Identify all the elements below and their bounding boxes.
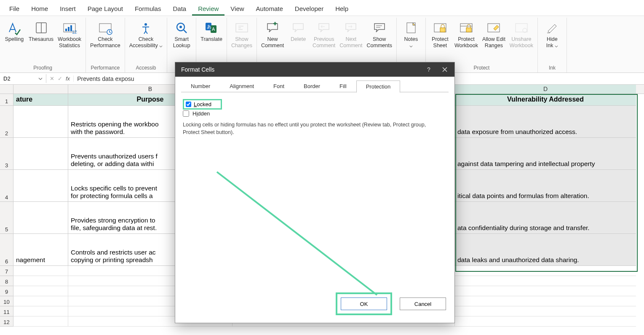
protection-hint: Locking cells or hiding formulas has no … <box>183 121 440 136</box>
cell-d4[interactable]: itical data points and formulas from alt… <box>455 170 636 202</box>
ok-highlight: OK <box>336 292 392 315</box>
dialog-tab-fill[interactable]: Fill <box>330 80 356 92</box>
cell-a12[interactable] <box>13 316 68 327</box>
hide-ink-icon <box>545 20 560 35</box>
row-header-1[interactable]: 1 <box>0 94 13 106</box>
cell-a5[interactable] <box>13 202 68 234</box>
row-header-7[interactable]: 7 <box>0 266 13 276</box>
hide-ink-button[interactable]: HideInk ⌵ <box>540 19 564 51</box>
cell-d7[interactable] <box>455 266 636 276</box>
column-header-a[interactable] <box>13 85 68 94</box>
workbook-statistics-button[interactable]: 123WorkbookStatistics <box>56 19 83 51</box>
name-box[interactable]: D2 <box>0 74 46 83</box>
cell-a9[interactable] <box>13 286 68 296</box>
cell-a7[interactable] <box>13 266 68 276</box>
menu-automate[interactable]: Automate <box>250 3 289 16</box>
previous-comment-button: PreviousComment <box>311 19 337 51</box>
menu-review[interactable]: Review <box>192 3 224 16</box>
locked-checkbox[interactable] <box>186 102 191 107</box>
protect-workbook-button[interactable]: ProtectWorkbook <box>453 19 480 51</box>
dialog-tab-alignment[interactable]: Alignment <box>220 80 264 92</box>
protect-sheet-button[interactable]: ProtectSheet <box>428 19 452 51</box>
cell-a11[interactable] <box>13 306 68 316</box>
row-header-10[interactable]: 10 <box>0 296 13 306</box>
translate-label: Translate <box>200 36 222 43</box>
locked-label[interactable]: Locked <box>194 101 211 107</box>
cell-d3[interactable]: against data tampering and intellectual … <box>455 138 636 170</box>
dialog-tab-protection[interactable]: Protection <box>356 80 401 93</box>
dialog-help-button[interactable]: ? <box>423 64 434 75</box>
menu-page-layout[interactable]: Page Layout <box>82 3 129 16</box>
cell-a2[interactable] <box>13 106 68 138</box>
dialog-titlebar[interactable]: Format Cells ? <box>175 62 454 77</box>
row-header-8[interactable]: 8 <box>0 276 13 286</box>
cell-d10[interactable] <box>455 296 636 306</box>
menu-developer[interactable]: Developer <box>289 3 329 16</box>
spelling-label: Spelling <box>5 36 24 43</box>
menu-view[interactable]: View <box>224 3 250 16</box>
cell-a3[interactable] <box>13 138 68 170</box>
smart-lookup-button[interactable]: SmartLookup <box>170 19 193 51</box>
notes-button[interactable]: Notes⌵ <box>399 19 423 51</box>
menu-bar: FileHomeInsertPage LayoutFormulasDataRev… <box>0 0 644 16</box>
menu-file[interactable]: File <box>3 3 25 16</box>
row-header-5[interactable]: 5 <box>0 202 13 234</box>
dialog-tab-number[interactable]: Number <box>181 80 220 92</box>
ribbon-group-label: Proofing <box>3 63 83 72</box>
spelling-button[interactable]: Spelling <box>3 19 26 44</box>
row-header-4[interactable]: 4 <box>0 170 13 202</box>
hidden-checkbox[interactable] <box>183 110 189 117</box>
menu-insert[interactable]: Insert <box>54 3 82 16</box>
cancel-button[interactable]: Cancel <box>400 297 446 310</box>
close-icon <box>442 67 448 72</box>
show-comments-button[interactable]: ShowComments <box>365 19 393 51</box>
workbook-statistics-icon: 123 <box>62 20 77 35</box>
row-header-6[interactable]: 6 <box>0 234 13 266</box>
dialog-title: Format Cells <box>181 66 214 73</box>
menu-home[interactable]: Home <box>25 3 54 16</box>
cell-d2[interactable]: data exposure from unauthorized access. <box>455 106 636 138</box>
row-header-3[interactable]: 3 <box>0 138 13 170</box>
check-accessibility-label: CheckAccessibility ⌵ <box>129 36 163 49</box>
cell-a8[interactable] <box>13 276 68 286</box>
cell-d12[interactable] <box>455 316 636 327</box>
menu-help[interactable]: Help <box>329 3 354 16</box>
translate-button[interactable]: あATranslate <box>199 19 224 44</box>
dialog-tab-font[interactable]: Font <box>264 80 294 92</box>
cell-d8[interactable] <box>455 276 636 286</box>
cell-d9[interactable] <box>455 286 636 296</box>
ok-button[interactable]: OK <box>341 297 387 310</box>
cell-a10[interactable] <box>13 296 68 306</box>
cell-a4[interactable] <box>13 170 68 202</box>
accept-formula-icon[interactable]: ✓ <box>57 75 63 82</box>
check-performance-button[interactable]: CheckPerformance <box>88 19 122 51</box>
thesaurus-button[interactable]: Thesaurus <box>27 19 55 44</box>
svg-text:123: 123 <box>72 30 77 35</box>
cell-a1[interactable]: ature <box>13 94 68 106</box>
cell-d1[interactable]: Vulnerability Addressed <box>455 94 636 106</box>
check-accessibility-button[interactable]: CheckAccessibility ⌵ <box>128 19 165 51</box>
fx-icon[interactable]: fx <box>65 75 71 82</box>
cell-a6[interactable]: nagement <box>13 234 68 266</box>
menu-formulas[interactable]: Formulas <box>129 3 167 16</box>
select-all-corner[interactable] <box>0 85 13 94</box>
row-header-2[interactable]: 2 <box>0 106 13 138</box>
cancel-formula-icon[interactable]: ✕ <box>49 75 55 82</box>
menu-data[interactable]: Data <box>167 3 192 16</box>
row-header-12[interactable]: 12 <box>0 316 13 327</box>
format-cells-dialog: Format Cells ? NumberAlignmentFontBorder… <box>175 62 455 323</box>
new-comment-button[interactable]: NewComment <box>259 19 286 51</box>
hidden-label[interactable]: Hidden <box>192 110 210 117</box>
svg-rect-27 <box>516 24 527 32</box>
svg-text:A: A <box>212 27 215 32</box>
cell-d11[interactable] <box>455 306 636 316</box>
cell-d6[interactable]: data leaks and unauthorized data sharing… <box>455 234 636 266</box>
dialog-tabs: NumberAlignmentFontBorderFillProtection <box>181 80 449 92</box>
dialog-tab-border[interactable]: Border <box>294 80 330 92</box>
dialog-close-button[interactable] <box>439 64 450 75</box>
allow-edit-ranges-button[interactable]: Allow EditRanges <box>481 19 507 51</box>
cell-d5[interactable]: ata confidentiality during storage and t… <box>455 202 636 234</box>
row-header-11[interactable]: 11 <box>0 306 13 316</box>
row-header-9[interactable]: 9 <box>0 286 13 296</box>
column-header-d[interactable]: D <box>455 85 636 94</box>
